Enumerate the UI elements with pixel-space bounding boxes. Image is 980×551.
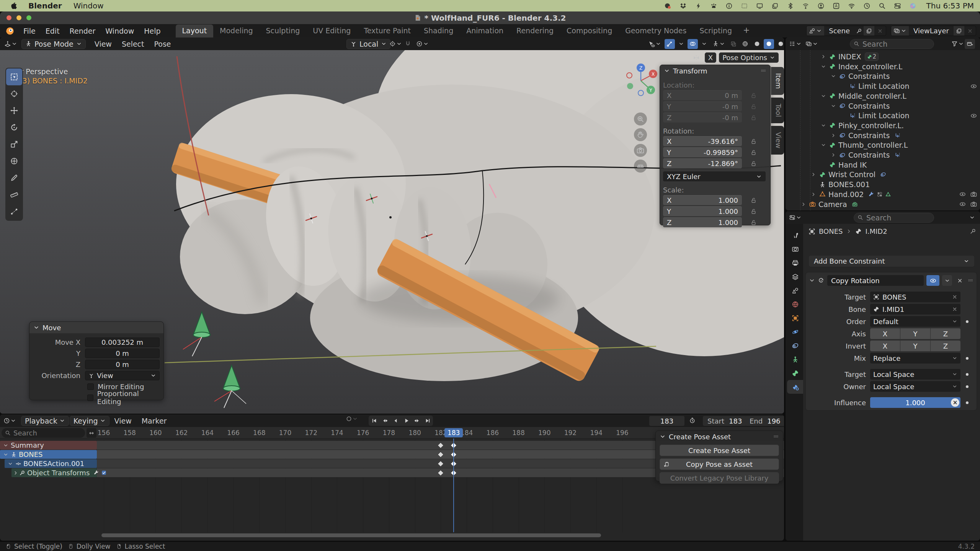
checkbox-mirror-editing[interactable] <box>87 383 94 390</box>
outliner-item-label[interactable]: Middle_controller.L <box>838 92 906 100</box>
wrench-icon[interactable] <box>868 191 874 197</box>
navigation-gizmo[interactable]: Z X Y <box>623 62 658 98</box>
outliner-item-label[interactable]: Hand.002 <box>828 190 864 199</box>
invert-y[interactable]: Y <box>900 341 930 351</box>
menubar-app-name[interactable]: Blender <box>28 1 62 10</box>
outliner-row[interactable]: Middle_controller.L <box>786 91 980 101</box>
pin-icon[interactable] <box>854 28 864 34</box>
outliner-item-label[interactable]: Limit Location <box>858 82 910 90</box>
blender-logo-icon[interactable] <box>5 26 15 36</box>
tool-scale[interactable] <box>6 136 22 153</box>
constraint-name-field[interactable]: Copy Rotation <box>827 275 924 286</box>
previous-keyframe-button[interactable] <box>379 417 390 424</box>
transform-field[interactable]: X-39.616° <box>663 136 742 146</box>
properties-tab-object[interactable] <box>787 311 803 325</box>
new-collection-button[interactable] <box>965 39 975 49</box>
lock-icon[interactable] <box>750 114 757 121</box>
influence-slider[interactable]: 1.000 × <box>870 397 960 408</box>
play-button[interactable] <box>401 417 412 424</box>
wrench-icon[interactable] <box>93 470 99 476</box>
outliner-item-label[interactable]: Constraints <box>848 102 890 110</box>
channel-label[interactable]: Summary <box>11 441 44 449</box>
pose-asset-panel-header[interactable]: Create Pose Asset <box>656 431 783 442</box>
chevron-right-icon[interactable] <box>799 202 808 207</box>
paw-icon[interactable] <box>710 2 717 10</box>
limit-icon[interactable] <box>894 132 900 139</box>
outliner-row[interactable]: Constraints <box>786 150 980 160</box>
bone-field[interactable]: I.MID1 <box>870 304 960 315</box>
viewport-menu-select[interactable]: Select <box>117 40 149 48</box>
clear-icon[interactable] <box>952 306 957 312</box>
workspace-tab-scripting[interactable]: Scripting <box>693 24 738 37</box>
workspace-tab-shading[interactable]: Shading <box>417 24 460 37</box>
transform-field[interactable]: Y-0 m <box>663 101 742 111</box>
outliner-row[interactable]: Wrist Control <box>786 170 980 179</box>
clear-icon[interactable] <box>952 294 957 300</box>
move-field-value[interactable]: 0 m <box>85 360 160 369</box>
sidebar-tab-tool[interactable]: Tool <box>771 98 784 123</box>
scene-browse-button[interactable] <box>807 26 824 36</box>
siri-icon[interactable] <box>909 2 916 10</box>
hide-viewport-toggle[interactable] <box>970 83 977 90</box>
tool-rotate[interactable] <box>6 119 22 136</box>
workspace-tab-compositing[interactable]: Compositing <box>560 24 619 37</box>
show-gizmo-toggle[interactable] <box>665 39 675 49</box>
animate-dot[interactable] <box>966 373 969 376</box>
outliner-item-label[interactable]: INDEX <box>838 52 861 61</box>
sidebar-tab-view[interactable]: View <box>771 126 784 155</box>
move-field-value[interactable]: 0 m <box>85 349 160 358</box>
outliner-item-label[interactable]: Thumb_controller.L <box>838 141 908 149</box>
shading-wireframe-button[interactable] <box>740 41 750 47</box>
scene-selector[interactable]: Scene <box>806 26 886 36</box>
tool-move[interactable] <box>6 102 22 119</box>
chevron-right-icon[interactable] <box>829 152 838 158</box>
channel-bonesaction-001[interactable]: BONESAction.001 <box>5 459 97 468</box>
pin-icon[interactable] <box>970 228 976 235</box>
lock-icon[interactable] <box>750 197 757 204</box>
outliner-item-label[interactable]: Hand IK <box>838 161 867 169</box>
chevron-down-icon[interactable] <box>819 123 828 128</box>
tool-pose-breakdowner[interactable] <box>6 203 22 220</box>
outliner-row[interactable]: Hand.002 <box>786 189 980 199</box>
snap-toggle[interactable] <box>403 41 413 47</box>
target-app-icon[interactable] <box>664 2 671 10</box>
constraint-icon[interactable] <box>880 171 886 178</box>
properties-tab-render[interactable] <box>787 242 803 256</box>
chevron-right-icon[interactable] <box>809 172 818 177</box>
outliner-row[interactable]: Index_controller.L <box>786 62 980 72</box>
lock-icon[interactable] <box>750 138 757 145</box>
chevron-down-icon[interactable] <box>6 461 15 466</box>
outliner-item-label[interactable]: Pinky_controller.L. <box>838 121 904 130</box>
outliner-item-label[interactable]: Constraints <box>848 131 890 140</box>
properties-editor-type-button[interactable] <box>787 214 804 221</box>
constraint-enable-toggle[interactable] <box>926 275 939 286</box>
current-frame-field[interactable]: 183 <box>649 416 684 426</box>
airdrop-icon[interactable] <box>802 2 809 10</box>
animate-dot[interactable] <box>966 357 969 360</box>
outliner-row[interactable]: Cylinder <box>786 209 980 210</box>
menubar-clock[interactable]: Thu 6:53 PM <box>926 1 974 10</box>
previous-frame-button[interactable] <box>390 417 401 424</box>
menubar-item-window[interactable]: Window <box>74 1 104 10</box>
tool-measure[interactable] <box>6 186 22 203</box>
lock-icon[interactable] <box>750 149 757 156</box>
outliner-row[interactable]: BONES.001 <box>786 179 980 189</box>
outliner-item-label[interactable]: Limit Location <box>858 111 910 120</box>
start-frame-field[interactable]: Start183 <box>703 416 746 426</box>
tool-transform[interactable] <box>6 153 22 170</box>
properties-tab-object-data[interactable] <box>787 352 803 366</box>
viewlayer-browse-button[interactable] <box>891 26 909 36</box>
properties-tab-tool[interactable] <box>787 228 803 242</box>
mix-dropdown[interactable]: Replace <box>870 353 960 364</box>
mirror-x-toggle[interactable]: X <box>705 52 716 63</box>
topbar-menu-render[interactable]: Render <box>65 27 101 35</box>
channel-summary[interactable]: Summary <box>0 441 97 450</box>
unlink-scene-icon[interactable] <box>874 28 886 34</box>
marker-menu[interactable]: Marker <box>137 417 172 425</box>
workspace-tab-animation[interactable]: Animation <box>460 24 510 37</box>
proportional-editing-button[interactable] <box>414 41 431 47</box>
properties-tab-object-constraints[interactable] <box>787 339 803 352</box>
shading-solid-button[interactable] <box>752 41 762 47</box>
meshdata-icon[interactable] <box>885 191 891 197</box>
workspace-tab-uv-editing[interactable]: UV Editing <box>306 24 357 37</box>
